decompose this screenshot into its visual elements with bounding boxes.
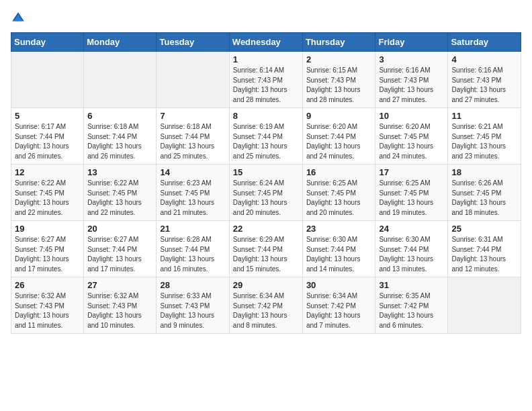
calendar-cell: 26 Sunrise: 6:32 AMSunset: 7:43 PMDaylig… xyxy=(11,277,84,334)
calendar-cell: 30 Sunrise: 6:34 AMSunset: 7:42 PMDaylig… xyxy=(302,277,375,334)
calendar-cell: 3 Sunrise: 6:16 AMSunset: 7:43 PMDayligh… xyxy=(375,52,448,108)
day-number: 16 xyxy=(306,167,372,177)
day-info: Sunrise: 6:34 AMSunset: 7:42 PMDaylight:… xyxy=(233,292,287,329)
calendar-cell: 8 Sunrise: 6:19 AMSunset: 7:44 PMDayligh… xyxy=(229,108,302,165)
day-info: Sunrise: 6:28 AMSunset: 7:44 PMDaylight:… xyxy=(160,236,214,273)
calendar-cell: 2 Sunrise: 6:15 AMSunset: 7:43 PMDayligh… xyxy=(302,52,375,108)
day-info: Sunrise: 6:18 AMSunset: 7:44 PMDaylight:… xyxy=(160,123,214,160)
day-info: Sunrise: 6:26 AMSunset: 7:45 PMDaylight:… xyxy=(451,179,506,216)
day-number: 28 xyxy=(160,280,225,290)
day-number: 29 xyxy=(233,280,299,290)
calendar-cell: 1 Sunrise: 6:14 AMSunset: 7:43 PMDayligh… xyxy=(229,52,302,108)
day-info: Sunrise: 6:34 AMSunset: 7:42 PMDaylight:… xyxy=(306,292,361,329)
calendar-cell: 28 Sunrise: 6:33 AMSunset: 7:43 PMDaylig… xyxy=(157,277,229,334)
calendar-cell: 12 Sunrise: 6:22 AMSunset: 7:45 PMDaylig… xyxy=(11,165,84,221)
calendar-cell: 15 Sunrise: 6:24 AMSunset: 7:45 PMDaylig… xyxy=(229,165,302,221)
calendar-cell xyxy=(448,277,521,334)
day-number: 7 xyxy=(160,111,225,121)
day-number: 19 xyxy=(15,224,80,234)
day-number: 27 xyxy=(87,280,152,290)
day-info: Sunrise: 6:16 AMSunset: 7:43 PMDaylight:… xyxy=(379,66,433,103)
calendar-cell: 4 Sunrise: 6:16 AMSunset: 7:43 PMDayligh… xyxy=(448,52,521,108)
day-info: Sunrise: 6:27 AMSunset: 7:44 PMDaylight:… xyxy=(87,236,142,273)
day-number: 17 xyxy=(379,167,444,177)
calendar-cell: 31 Sunrise: 6:35 AMSunset: 7:42 PMDaylig… xyxy=(375,277,448,334)
day-info: Sunrise: 6:33 AMSunset: 7:43 PMDaylight:… xyxy=(160,292,214,329)
day-number: 4 xyxy=(451,54,517,64)
calendar-cell: 21 Sunrise: 6:28 AMSunset: 7:44 PMDaylig… xyxy=(157,221,229,277)
day-number: 2 xyxy=(306,54,372,64)
day-info: Sunrise: 6:35 AMSunset: 7:42 PMDaylight:… xyxy=(379,292,433,329)
day-number: 14 xyxy=(160,167,225,177)
calendar-cell: 24 Sunrise: 6:30 AMSunset: 7:44 PMDaylig… xyxy=(375,221,448,277)
day-info: Sunrise: 6:17 AMSunset: 7:44 PMDaylight:… xyxy=(15,123,69,160)
calendar-cell: 22 Sunrise: 6:29 AMSunset: 7:44 PMDaylig… xyxy=(229,221,302,277)
day-number: 18 xyxy=(451,167,517,177)
day-number: 20 xyxy=(87,224,152,234)
day-number: 22 xyxy=(233,224,299,234)
day-info: Sunrise: 6:22 AMSunset: 7:45 PMDaylight:… xyxy=(15,179,69,216)
day-number: 31 xyxy=(379,280,444,290)
day-number: 30 xyxy=(306,280,372,290)
weekday-header: Tuesday xyxy=(157,33,229,52)
weekday-header: Wednesday xyxy=(229,33,302,52)
calendar-cell: 16 Sunrise: 6:25 AMSunset: 7:45 PMDaylig… xyxy=(302,165,375,221)
day-info: Sunrise: 6:32 AMSunset: 7:43 PMDaylight:… xyxy=(87,292,142,329)
day-number: 3 xyxy=(379,54,444,64)
day-info: Sunrise: 6:31 AMSunset: 7:44 PMDaylight:… xyxy=(451,236,506,273)
day-info: Sunrise: 6:27 AMSunset: 7:45 PMDaylight:… xyxy=(15,236,69,273)
day-number: 15 xyxy=(233,167,299,177)
day-number: 13 xyxy=(87,167,152,177)
day-info: Sunrise: 6:18 AMSunset: 7:44 PMDaylight:… xyxy=(87,123,142,160)
day-info: Sunrise: 6:20 AMSunset: 7:44 PMDaylight:… xyxy=(306,123,361,160)
calendar-cell xyxy=(11,52,84,108)
calendar-cell: 6 Sunrise: 6:18 AMSunset: 7:44 PMDayligh… xyxy=(84,108,157,165)
calendar-cell: 9 Sunrise: 6:20 AMSunset: 7:44 PMDayligh… xyxy=(302,108,375,165)
day-number: 12 xyxy=(15,167,80,177)
day-info: Sunrise: 6:30 AMSunset: 7:44 PMDaylight:… xyxy=(306,236,361,273)
day-info: Sunrise: 6:21 AMSunset: 7:45 PMDaylight:… xyxy=(451,123,506,160)
calendar-cell: 19 Sunrise: 6:27 AMSunset: 7:45 PMDaylig… xyxy=(11,221,84,277)
day-info: Sunrise: 6:20 AMSunset: 7:45 PMDaylight:… xyxy=(379,123,433,160)
day-number: 5 xyxy=(15,111,80,121)
day-info: Sunrise: 6:30 AMSunset: 7:44 PMDaylight:… xyxy=(379,236,433,273)
calendar-cell: 27 Sunrise: 6:32 AMSunset: 7:43 PMDaylig… xyxy=(84,277,157,334)
weekday-header: Friday xyxy=(375,33,448,52)
weekday-header: Sunday xyxy=(11,33,84,52)
day-info: Sunrise: 6:25 AMSunset: 7:45 PMDaylight:… xyxy=(379,179,433,216)
calendar-cell: 20 Sunrise: 6:27 AMSunset: 7:44 PMDaylig… xyxy=(84,221,157,277)
calendar-cell: 18 Sunrise: 6:26 AMSunset: 7:45 PMDaylig… xyxy=(448,165,521,221)
calendar-cell: 13 Sunrise: 6:22 AMSunset: 7:45 PMDaylig… xyxy=(84,165,157,221)
calendar-cell: 29 Sunrise: 6:34 AMSunset: 7:42 PMDaylig… xyxy=(229,277,302,334)
day-number: 9 xyxy=(306,111,372,121)
logo xyxy=(11,11,28,26)
day-number: 21 xyxy=(160,224,225,234)
day-info: Sunrise: 6:22 AMSunset: 7:45 PMDaylight:… xyxy=(87,179,142,216)
calendar-cell: 11 Sunrise: 6:21 AMSunset: 7:45 PMDaylig… xyxy=(448,108,521,165)
day-info: Sunrise: 6:24 AMSunset: 7:45 PMDaylight:… xyxy=(233,179,287,216)
logo-icon xyxy=(11,11,26,26)
weekday-header: Saturday xyxy=(448,33,521,52)
calendar-cell: 23 Sunrise: 6:30 AMSunset: 7:44 PMDaylig… xyxy=(302,221,375,277)
calendar-cell: 25 Sunrise: 6:31 AMSunset: 7:44 PMDaylig… xyxy=(448,221,521,277)
day-info: Sunrise: 6:29 AMSunset: 7:44 PMDaylight:… xyxy=(233,236,287,273)
day-number: 11 xyxy=(451,111,517,121)
day-number: 10 xyxy=(379,111,444,121)
calendar-cell: 10 Sunrise: 6:20 AMSunset: 7:45 PMDaylig… xyxy=(375,108,448,165)
calendar-table: SundayMondayTuesdayWednesdayThursdayFrid… xyxy=(11,32,521,334)
day-info: Sunrise: 6:14 AMSunset: 7:43 PMDaylight:… xyxy=(233,66,287,103)
calendar-cell xyxy=(157,52,229,108)
day-info: Sunrise: 6:19 AMSunset: 7:44 PMDaylight:… xyxy=(233,123,287,160)
day-number: 25 xyxy=(451,224,517,234)
day-info: Sunrise: 6:25 AMSunset: 7:45 PMDaylight:… xyxy=(306,179,361,216)
weekday-header: Monday xyxy=(84,33,157,52)
day-number: 23 xyxy=(306,224,372,234)
day-number: 24 xyxy=(379,224,444,234)
day-info: Sunrise: 6:16 AMSunset: 7:43 PMDaylight:… xyxy=(451,66,506,103)
page-header xyxy=(11,11,521,26)
calendar-cell xyxy=(84,52,157,108)
day-number: 8 xyxy=(233,111,299,121)
day-info: Sunrise: 6:32 AMSunset: 7:43 PMDaylight:… xyxy=(15,292,69,329)
day-number: 26 xyxy=(15,280,80,290)
day-info: Sunrise: 6:23 AMSunset: 7:45 PMDaylight:… xyxy=(160,179,214,216)
